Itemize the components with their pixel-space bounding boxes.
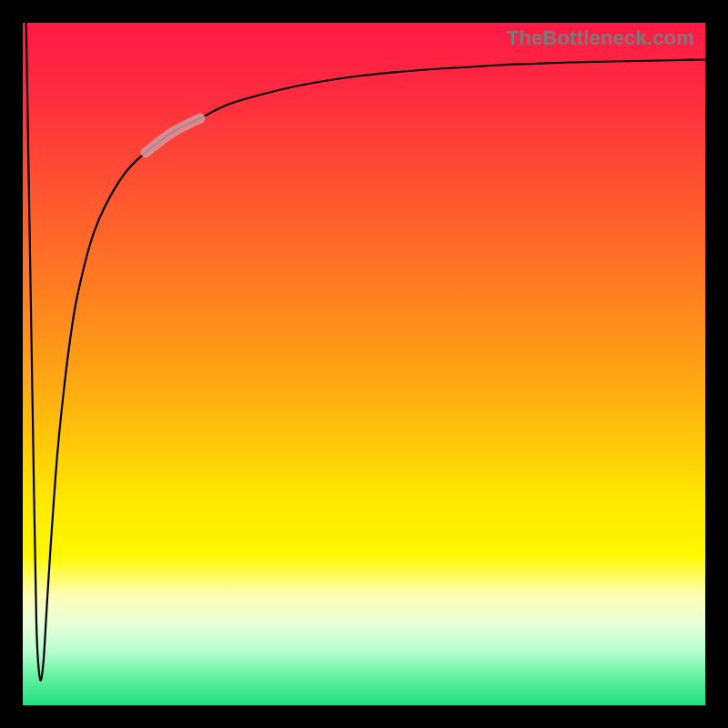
chart-svg xyxy=(23,23,705,705)
chart-curve xyxy=(26,23,705,681)
chart-frame: TheBottleneck.com xyxy=(0,0,728,728)
chart-highlight-segment xyxy=(146,118,200,153)
chart-plot-area: TheBottleneck.com xyxy=(23,23,705,705)
